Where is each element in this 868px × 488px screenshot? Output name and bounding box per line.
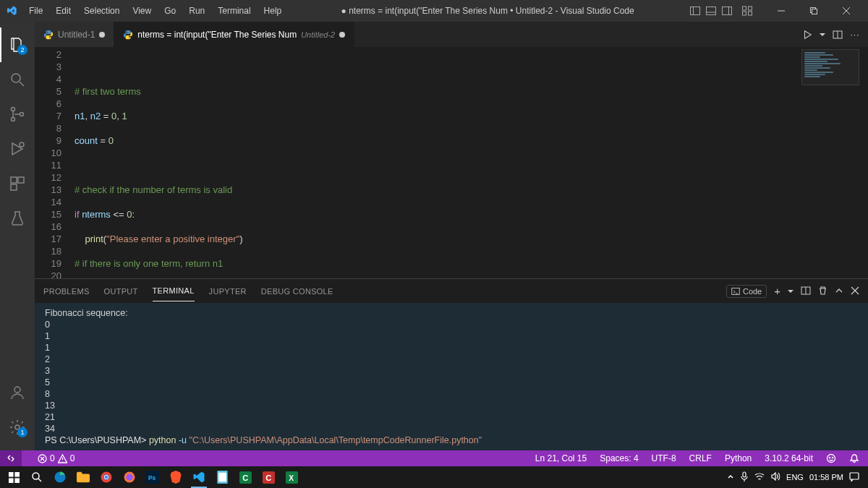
taskbar-brave[interactable] (165, 466, 187, 488)
customize-layout-icon[interactable] (740, 4, 754, 18)
menu-terminal[interactable]: Terminal (212, 3, 256, 19)
window-close-button[interactable] (830, 0, 862, 22)
menu-file[interactable]: File (23, 3, 48, 19)
taskbar-vscode[interactable] (188, 466, 210, 488)
svg-rect-8 (743, 12, 746, 15)
windows-taskbar: Ps C C X ENG 01:58 PM (0, 466, 868, 488)
tab-untitled-1[interactable]: Untitled-1 (35, 22, 114, 47)
run-button[interactable] (801, 29, 813, 40)
status-feedback-icon[interactable] (823, 453, 839, 463)
taskbar-app-green[interactable]: C (234, 466, 256, 488)
svg-rect-12 (812, 9, 817, 14)
new-terminal-icon[interactable]: + (774, 285, 780, 297)
taskbar-search[interactable] (26, 466, 48, 488)
terminal-content[interactable]: Fibonacci sequence: 0 1 1 2 3 5 8 13 21 … (35, 303, 868, 450)
more-actions-icon[interactable]: ··· (849, 29, 861, 40)
title-bar: File Edit Selection View Go Run Terminal… (0, 0, 868, 22)
activity-search[interactable] (0, 62, 35, 97)
remote-indicator[interactable] (0, 450, 22, 466)
status-notifications-icon[interactable] (846, 453, 862, 463)
run-dropdown-icon[interactable] (819, 29, 826, 40)
tray-clock[interactable]: 01:58 PM (809, 473, 843, 481)
svg-point-19 (20, 113, 24, 116)
svg-text:Ps: Ps (148, 475, 156, 481)
activity-explorer[interactable]: 2 (0, 27, 35, 62)
panel-tab-jupyter[interactable]: JUPYTER (209, 281, 247, 301)
layout-sidebar-right-icon[interactable] (720, 4, 734, 18)
activity-source-control[interactable] (0, 97, 35, 132)
svg-rect-39 (9, 472, 14, 477)
menu-go[interactable]: Go (158, 3, 182, 19)
svg-point-36 (827, 455, 835, 463)
panel-tab-problems[interactable]: PROBLEMS (43, 281, 90, 301)
python-file-icon (43, 30, 54, 40)
taskbar-firefox[interactable] (119, 466, 140, 488)
svg-text:X: X (289, 474, 294, 481)
menu-edit[interactable]: Edit (50, 3, 77, 19)
taskbar-excel[interactable]: X (281, 466, 302, 488)
terminal-icon (731, 287, 740, 296)
vscode-logo-icon (6, 5, 17, 17)
terminal-profile-selector[interactable]: Code (726, 285, 767, 298)
code-editor[interactable]: 2345678910111213141516171819202122 # fir… (35, 47, 868, 278)
svg-line-16 (20, 82, 24, 86)
svg-point-37 (829, 457, 830, 458)
kill-terminal-icon[interactable] (818, 286, 827, 296)
start-button[interactable] (3, 466, 25, 488)
window-title: ● nterms = int(input("Enter The Series N… (287, 6, 688, 16)
tray-mic-icon[interactable] (740, 471, 749, 483)
tray-wifi-icon[interactable] (754, 472, 765, 482)
layout-sidebar-left-icon[interactable] (688, 4, 702, 18)
menu-view[interactable]: View (127, 3, 157, 19)
tray-language[interactable]: ENG (786, 473, 804, 481)
window-minimize-button[interactable] (765, 0, 797, 22)
dirty-indicator-icon (339, 32, 345, 38)
menu-selection[interactable]: Selection (78, 3, 125, 19)
panel-tab-debug-console[interactable]: DEBUG CONSOLE (261, 281, 333, 301)
error-icon (38, 454, 47, 463)
split-editor-icon[interactable] (832, 29, 843, 40)
svg-point-24 (14, 387, 20, 393)
tray-notifications-icon[interactable] (849, 472, 859, 483)
terminal-dropdown-icon[interactable] (788, 287, 793, 296)
code-content[interactable]: # first two terms n1, n2 = 0, 1 count = … (75, 47, 868, 278)
status-indentation[interactable]: Spaces: 4 (597, 453, 641, 463)
taskbar-app-red[interactable]: C (258, 466, 279, 488)
remote-icon (6, 453, 16, 463)
tray-volume-icon[interactable] (770, 472, 780, 482)
tray-chevron-icon[interactable] (727, 473, 734, 481)
status-language[interactable]: Python (722, 453, 754, 463)
activity-run-debug[interactable] (0, 132, 35, 166)
svg-rect-42 (14, 478, 20, 483)
svg-rect-22 (18, 177, 24, 183)
line-gutter: 2345678910111213141516171819202122 (35, 47, 75, 278)
panel-tab-output[interactable]: OUTPUT (104, 281, 138, 301)
close-panel-icon[interactable] (851, 286, 859, 296)
maximize-panel-icon[interactable] (835, 286, 843, 296)
taskbar-photoshop[interactable]: Ps (142, 466, 163, 488)
taskbar-notepad[interactable] (211, 466, 233, 488)
split-terminal-icon[interactable] (801, 286, 811, 297)
status-problems[interactable]: 0 0 (35, 453, 77, 463)
status-lncol[interactable]: Ln 21, Col 15 (532, 453, 590, 463)
activity-accounts[interactable] (0, 375, 35, 410)
activity-settings[interactable]: 1 (0, 410, 35, 445)
menu-run[interactable]: Run (183, 3, 210, 19)
activity-extensions[interactable] (0, 166, 35, 201)
status-encoding[interactable]: UTF-8 (649, 453, 679, 463)
status-eol[interactable]: CRLF (686, 453, 715, 463)
layout-panel-bottom-icon[interactable] (704, 4, 718, 18)
explorer-badge: 2 (17, 45, 27, 55)
minimap[interactable] (801, 49, 859, 85)
taskbar-edge[interactable] (49, 466, 71, 488)
panel-tab-terminal[interactable]: TERMINAL (153, 281, 195, 301)
taskbar-chrome[interactable] (95, 466, 117, 488)
tab-untitled-2[interactable]: nterms = int(input("Enter The Series Num… (114, 22, 354, 47)
window-maximize-button[interactable] (797, 0, 830, 22)
taskbar-file-explorer[interactable] (72, 466, 94, 488)
python-file-icon (123, 30, 133, 40)
menu-help[interactable]: Help (258, 3, 288, 19)
activity-testing[interactable] (0, 201, 35, 236)
svg-point-15 (12, 74, 20, 82)
status-interpreter[interactable]: 3.10.2 64-bit (762, 453, 816, 463)
